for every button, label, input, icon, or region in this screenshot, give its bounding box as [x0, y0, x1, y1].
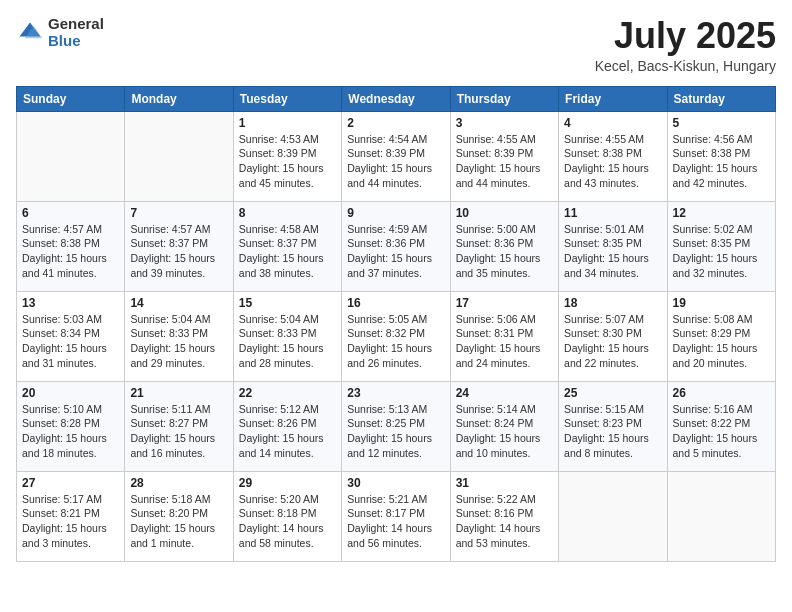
day-info: Sunrise: 5:04 AM Sunset: 8:33 PM Dayligh…: [239, 312, 336, 371]
day-info: Sunrise: 5:03 AM Sunset: 8:34 PM Dayligh…: [22, 312, 119, 371]
day-info: Sunrise: 5:14 AM Sunset: 8:24 PM Dayligh…: [456, 402, 553, 461]
day-number: 27: [22, 476, 119, 490]
calendar-cell: 21Sunrise: 5:11 AM Sunset: 8:27 PM Dayli…: [125, 381, 233, 471]
day-number: 20: [22, 386, 119, 400]
day-number: 7: [130, 206, 227, 220]
calendar-week-row: 13Sunrise: 5:03 AM Sunset: 8:34 PM Dayli…: [17, 291, 776, 381]
day-info: Sunrise: 4:56 AM Sunset: 8:38 PM Dayligh…: [673, 132, 770, 191]
day-info: Sunrise: 4:58 AM Sunset: 8:37 PM Dayligh…: [239, 222, 336, 281]
calendar-cell: 24Sunrise: 5:14 AM Sunset: 8:24 PM Dayli…: [450, 381, 558, 471]
day-number: 6: [22, 206, 119, 220]
day-info: Sunrise: 5:20 AM Sunset: 8:18 PM Dayligh…: [239, 492, 336, 551]
day-info: Sunrise: 4:57 AM Sunset: 8:37 PM Dayligh…: [130, 222, 227, 281]
calendar-cell: 8Sunrise: 4:58 AM Sunset: 8:37 PM Daylig…: [233, 201, 341, 291]
calendar-week-row: 20Sunrise: 5:10 AM Sunset: 8:28 PM Dayli…: [17, 381, 776, 471]
calendar-cell: 3Sunrise: 4:55 AM Sunset: 8:39 PM Daylig…: [450, 111, 558, 201]
calendar-week-row: 1Sunrise: 4:53 AM Sunset: 8:39 PM Daylig…: [17, 111, 776, 201]
day-info: Sunrise: 5:12 AM Sunset: 8:26 PM Dayligh…: [239, 402, 336, 461]
day-number: 18: [564, 296, 661, 310]
weekday-header-monday: Monday: [125, 86, 233, 111]
logo: General Blue: [16, 16, 104, 49]
calendar-cell: 29Sunrise: 5:20 AM Sunset: 8:18 PM Dayli…: [233, 471, 341, 561]
day-number: 10: [456, 206, 553, 220]
day-info: Sunrise: 5:15 AM Sunset: 8:23 PM Dayligh…: [564, 402, 661, 461]
day-info: Sunrise: 5:07 AM Sunset: 8:30 PM Dayligh…: [564, 312, 661, 371]
day-info: Sunrise: 5:18 AM Sunset: 8:20 PM Dayligh…: [130, 492, 227, 551]
day-info: Sunrise: 5:17 AM Sunset: 8:21 PM Dayligh…: [22, 492, 119, 551]
calendar-cell: [125, 111, 233, 201]
day-number: 2: [347, 116, 444, 130]
day-number: 3: [456, 116, 553, 130]
day-number: 28: [130, 476, 227, 490]
calendar-table: SundayMondayTuesdayWednesdayThursdayFrid…: [16, 86, 776, 562]
calendar-week-row: 6Sunrise: 4:57 AM Sunset: 8:38 PM Daylig…: [17, 201, 776, 291]
calendar-cell: 12Sunrise: 5:02 AM Sunset: 8:35 PM Dayli…: [667, 201, 775, 291]
calendar-cell: 23Sunrise: 5:13 AM Sunset: 8:25 PM Dayli…: [342, 381, 450, 471]
day-info: Sunrise: 4:55 AM Sunset: 8:39 PM Dayligh…: [456, 132, 553, 191]
calendar-cell: 28Sunrise: 5:18 AM Sunset: 8:20 PM Dayli…: [125, 471, 233, 561]
calendar-cell: 7Sunrise: 4:57 AM Sunset: 8:37 PM Daylig…: [125, 201, 233, 291]
day-info: Sunrise: 4:54 AM Sunset: 8:39 PM Dayligh…: [347, 132, 444, 191]
day-number: 16: [347, 296, 444, 310]
day-number: 26: [673, 386, 770, 400]
calendar-cell: 2Sunrise: 4:54 AM Sunset: 8:39 PM Daylig…: [342, 111, 450, 201]
day-number: 24: [456, 386, 553, 400]
calendar-cell: 22Sunrise: 5:12 AM Sunset: 8:26 PM Dayli…: [233, 381, 341, 471]
day-number: 19: [673, 296, 770, 310]
day-number: 29: [239, 476, 336, 490]
day-info: Sunrise: 5:05 AM Sunset: 8:32 PM Dayligh…: [347, 312, 444, 371]
calendar-cell: [17, 111, 125, 201]
calendar-cell: 27Sunrise: 5:17 AM Sunset: 8:21 PM Dayli…: [17, 471, 125, 561]
day-number: 17: [456, 296, 553, 310]
calendar-cell: 20Sunrise: 5:10 AM Sunset: 8:28 PM Dayli…: [17, 381, 125, 471]
day-info: Sunrise: 4:57 AM Sunset: 8:38 PM Dayligh…: [22, 222, 119, 281]
calendar-cell: 17Sunrise: 5:06 AM Sunset: 8:31 PM Dayli…: [450, 291, 558, 381]
day-number: 8: [239, 206, 336, 220]
day-number: 13: [22, 296, 119, 310]
page-header: General Blue July 2025 Kecel, Bacs-Kisku…: [16, 16, 776, 74]
calendar-cell: 31Sunrise: 5:22 AM Sunset: 8:16 PM Dayli…: [450, 471, 558, 561]
day-number: 1: [239, 116, 336, 130]
month-title: July 2025: [595, 16, 776, 56]
day-number: 14: [130, 296, 227, 310]
day-number: 31: [456, 476, 553, 490]
day-info: Sunrise: 4:53 AM Sunset: 8:39 PM Dayligh…: [239, 132, 336, 191]
day-number: 25: [564, 386, 661, 400]
day-number: 4: [564, 116, 661, 130]
day-number: 15: [239, 296, 336, 310]
calendar-cell: 6Sunrise: 4:57 AM Sunset: 8:38 PM Daylig…: [17, 201, 125, 291]
calendar-cell: 9Sunrise: 4:59 AM Sunset: 8:36 PM Daylig…: [342, 201, 450, 291]
weekday-header-sunday: Sunday: [17, 86, 125, 111]
day-info: Sunrise: 4:55 AM Sunset: 8:38 PM Dayligh…: [564, 132, 661, 191]
day-number: 12: [673, 206, 770, 220]
logo-blue-text: Blue: [48, 33, 104, 50]
day-number: 11: [564, 206, 661, 220]
calendar-cell: 19Sunrise: 5:08 AM Sunset: 8:29 PM Dayli…: [667, 291, 775, 381]
calendar-cell: 16Sunrise: 5:05 AM Sunset: 8:32 PM Dayli…: [342, 291, 450, 381]
day-info: Sunrise: 4:59 AM Sunset: 8:36 PM Dayligh…: [347, 222, 444, 281]
calendar-cell: 14Sunrise: 5:04 AM Sunset: 8:33 PM Dayli…: [125, 291, 233, 381]
calendar-week-row: 27Sunrise: 5:17 AM Sunset: 8:21 PM Dayli…: [17, 471, 776, 561]
calendar-cell: 5Sunrise: 4:56 AM Sunset: 8:38 PM Daylig…: [667, 111, 775, 201]
day-info: Sunrise: 5:08 AM Sunset: 8:29 PM Dayligh…: [673, 312, 770, 371]
day-info: Sunrise: 5:21 AM Sunset: 8:17 PM Dayligh…: [347, 492, 444, 551]
calendar-cell: 18Sunrise: 5:07 AM Sunset: 8:30 PM Dayli…: [559, 291, 667, 381]
day-info: Sunrise: 5:00 AM Sunset: 8:36 PM Dayligh…: [456, 222, 553, 281]
calendar-cell: 4Sunrise: 4:55 AM Sunset: 8:38 PM Daylig…: [559, 111, 667, 201]
logo-icon: [16, 19, 44, 47]
calendar-cell: 25Sunrise: 5:15 AM Sunset: 8:23 PM Dayli…: [559, 381, 667, 471]
day-info: Sunrise: 5:01 AM Sunset: 8:35 PM Dayligh…: [564, 222, 661, 281]
calendar-cell: 13Sunrise: 5:03 AM Sunset: 8:34 PM Dayli…: [17, 291, 125, 381]
day-info: Sunrise: 5:13 AM Sunset: 8:25 PM Dayligh…: [347, 402, 444, 461]
day-number: 22: [239, 386, 336, 400]
day-info: Sunrise: 5:04 AM Sunset: 8:33 PM Dayligh…: [130, 312, 227, 371]
day-info: Sunrise: 5:16 AM Sunset: 8:22 PM Dayligh…: [673, 402, 770, 461]
calendar-cell: 30Sunrise: 5:21 AM Sunset: 8:17 PM Dayli…: [342, 471, 450, 561]
location-text: Kecel, Bacs-Kiskun, Hungary: [595, 58, 776, 74]
calendar-cell: 11Sunrise: 5:01 AM Sunset: 8:35 PM Dayli…: [559, 201, 667, 291]
calendar-cell: 15Sunrise: 5:04 AM Sunset: 8:33 PM Dayli…: [233, 291, 341, 381]
calendar-cell: 26Sunrise: 5:16 AM Sunset: 8:22 PM Dayli…: [667, 381, 775, 471]
day-info: Sunrise: 5:02 AM Sunset: 8:35 PM Dayligh…: [673, 222, 770, 281]
day-number: 5: [673, 116, 770, 130]
day-number: 30: [347, 476, 444, 490]
